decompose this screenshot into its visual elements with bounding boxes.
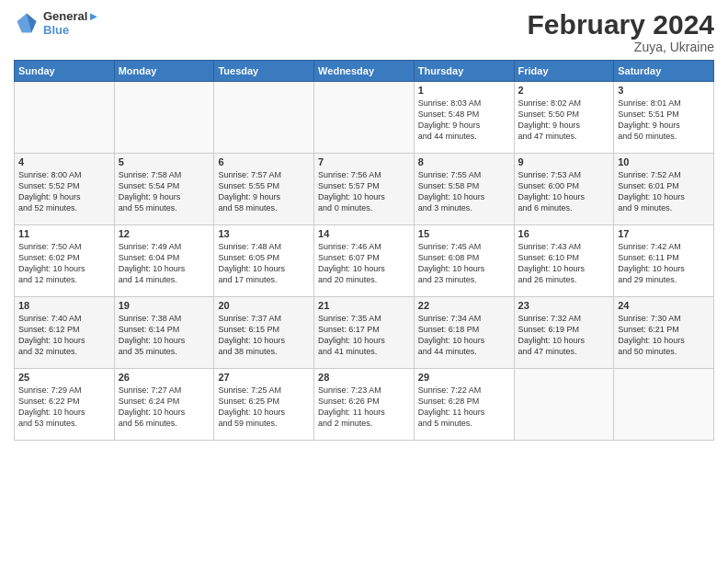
day-info: Sunrise: 7:52 AM Sunset: 6:01 PM Dayligh… — [618, 169, 710, 214]
calendar-week-row: 1Sunrise: 8:03 AM Sunset: 5:48 PM Daylig… — [15, 82, 714, 154]
weekday-header-friday: Friday — [514, 61, 614, 82]
day-info: Sunrise: 7:40 AM Sunset: 6:12 PM Dayligh… — [18, 313, 110, 358]
calendar-cell — [614, 369, 714, 441]
calendar-cell: 10Sunrise: 7:52 AM Sunset: 6:01 PM Dayli… — [614, 154, 714, 225]
calendar-cell: 18Sunrise: 7:40 AM Sunset: 6:12 PM Dayli… — [15, 297, 115, 369]
day-number: 14 — [318, 228, 410, 239]
day-number: 3 — [618, 85, 710, 96]
title-block: February 2024 Zuya, Ukraine — [528, 9, 714, 54]
main-title: February 2024 — [528, 9, 714, 40]
calendar-cell: 16Sunrise: 7:43 AM Sunset: 6:10 PM Dayli… — [514, 225, 614, 297]
calendar-cell: 17Sunrise: 7:42 AM Sunset: 6:11 PM Dayli… — [614, 225, 714, 297]
day-number: 25 — [18, 372, 110, 383]
day-number: 7 — [318, 156, 410, 167]
day-info: Sunrise: 7:45 AM Sunset: 6:08 PM Dayligh… — [418, 241, 510, 286]
day-number: 24 — [618, 300, 710, 311]
day-number: 28 — [318, 372, 410, 383]
day-number: 6 — [218, 156, 310, 167]
day-info: Sunrise: 7:38 AM Sunset: 6:14 PM Dayligh… — [119, 313, 210, 358]
day-info: Sunrise: 8:00 AM Sunset: 5:52 PM Dayligh… — [18, 169, 110, 214]
calendar-table: SundayMondayTuesdayWednesdayThursdayFrid… — [14, 60, 714, 441]
calendar-cell: 11Sunrise: 7:50 AM Sunset: 6:02 PM Dayli… — [15, 225, 115, 297]
calendar-cell: 7Sunrise: 7:56 AM Sunset: 5:57 PM Daylig… — [314, 154, 415, 225]
calendar-week-row: 4Sunrise: 8:00 AM Sunset: 5:52 PM Daylig… — [15, 154, 714, 225]
day-info: Sunrise: 7:56 AM Sunset: 5:57 PM Dayligh… — [318, 169, 410, 214]
calendar-cell: 29Sunrise: 7:22 AM Sunset: 6:28 PM Dayli… — [414, 369, 514, 441]
day-info: Sunrise: 7:53 AM Sunset: 6:00 PM Dayligh… — [518, 169, 610, 214]
day-number: 15 — [418, 228, 510, 239]
day-number: 12 — [119, 228, 210, 239]
calendar-header-row: SundayMondayTuesdayWednesdayThursdayFrid… — [15, 61, 714, 82]
calendar-cell: 9Sunrise: 7:53 AM Sunset: 6:00 PM Daylig… — [514, 154, 614, 225]
calendar-cell: 25Sunrise: 7:29 AM Sunset: 6:22 PM Dayli… — [15, 369, 115, 441]
calendar-week-row: 25Sunrise: 7:29 AM Sunset: 6:22 PM Dayli… — [15, 369, 714, 441]
day-number: 9 — [518, 156, 610, 167]
day-number: 5 — [119, 156, 210, 167]
calendar-cell: 8Sunrise: 7:55 AM Sunset: 5:58 PM Daylig… — [414, 154, 514, 225]
day-number: 26 — [119, 372, 210, 383]
logo-text: General► Blue — [43, 9, 99, 37]
calendar-cell: 20Sunrise: 7:37 AM Sunset: 6:15 PM Dayli… — [214, 297, 314, 369]
day-info: Sunrise: 7:57 AM Sunset: 5:55 PM Dayligh… — [218, 169, 310, 214]
weekday-header-sunday: Sunday — [15, 61, 115, 82]
logo: General► Blue — [14, 9, 99, 37]
day-info: Sunrise: 8:01 AM Sunset: 5:51 PM Dayligh… — [618, 98, 710, 143]
day-number: 11 — [18, 228, 110, 239]
weekday-header-thursday: Thursday — [414, 61, 514, 82]
calendar-week-row: 18Sunrise: 7:40 AM Sunset: 6:12 PM Dayli… — [15, 297, 714, 369]
calendar-cell: 2Sunrise: 8:02 AM Sunset: 5:50 PM Daylig… — [514, 82, 614, 154]
day-number: 20 — [218, 300, 310, 311]
day-number: 19 — [119, 300, 210, 311]
day-number: 13 — [218, 228, 310, 239]
calendar-cell — [114, 82, 214, 154]
day-number: 23 — [518, 300, 610, 311]
calendar-cell: 1Sunrise: 8:03 AM Sunset: 5:48 PM Daylig… — [414, 82, 514, 154]
calendar-cell: 26Sunrise: 7:27 AM Sunset: 6:24 PM Dayli… — [114, 369, 214, 441]
calendar-cell: 22Sunrise: 7:34 AM Sunset: 6:18 PM Dayli… — [414, 297, 514, 369]
calendar-cell: 12Sunrise: 7:49 AM Sunset: 6:04 PM Dayli… — [114, 225, 214, 297]
weekday-header-monday: Monday — [114, 61, 214, 82]
day-number: 22 — [418, 300, 510, 311]
day-number: 4 — [18, 156, 110, 167]
day-info: Sunrise: 8:02 AM Sunset: 5:50 PM Dayligh… — [518, 98, 610, 143]
logo-icon — [14, 10, 40, 36]
day-info: Sunrise: 7:42 AM Sunset: 6:11 PM Dayligh… — [618, 241, 710, 286]
day-number: 29 — [418, 372, 510, 383]
calendar-cell: 21Sunrise: 7:35 AM Sunset: 6:17 PM Dayli… — [314, 297, 415, 369]
day-info: Sunrise: 7:30 AM Sunset: 6:21 PM Dayligh… — [618, 313, 710, 358]
day-info: Sunrise: 7:43 AM Sunset: 6:10 PM Dayligh… — [518, 241, 610, 286]
day-info: Sunrise: 7:34 AM Sunset: 6:18 PM Dayligh… — [418, 313, 510, 358]
calendar-cell: 24Sunrise: 7:30 AM Sunset: 6:21 PM Dayli… — [614, 297, 714, 369]
calendar-cell: 19Sunrise: 7:38 AM Sunset: 6:14 PM Dayli… — [114, 297, 214, 369]
day-info: Sunrise: 7:25 AM Sunset: 6:25 PM Dayligh… — [218, 385, 310, 430]
day-info: Sunrise: 7:55 AM Sunset: 5:58 PM Dayligh… — [418, 169, 510, 214]
day-info: Sunrise: 7:37 AM Sunset: 6:15 PM Dayligh… — [218, 313, 310, 358]
day-number: 8 — [418, 156, 510, 167]
day-info: Sunrise: 7:23 AM Sunset: 6:26 PM Dayligh… — [318, 385, 410, 430]
calendar-cell: 28Sunrise: 7:23 AM Sunset: 6:26 PM Dayli… — [314, 369, 415, 441]
day-info: Sunrise: 7:32 AM Sunset: 6:19 PM Dayligh… — [518, 313, 610, 358]
day-info: Sunrise: 7:58 AM Sunset: 5:54 PM Dayligh… — [119, 169, 210, 214]
day-number: 2 — [518, 85, 610, 96]
calendar-cell — [514, 369, 614, 441]
calendar-cell — [214, 82, 314, 154]
calendar-cell: 5Sunrise: 7:58 AM Sunset: 5:54 PM Daylig… — [114, 154, 214, 225]
day-info: Sunrise: 7:29 AM Sunset: 6:22 PM Dayligh… — [18, 385, 110, 430]
page-header: General► Blue February 2024 Zuya, Ukrain… — [14, 9, 714, 54]
day-info: Sunrise: 7:22 AM Sunset: 6:28 PM Dayligh… — [418, 385, 510, 430]
day-number: 21 — [318, 300, 410, 311]
calendar-cell: 23Sunrise: 7:32 AM Sunset: 6:19 PM Dayli… — [514, 297, 614, 369]
day-number: 10 — [618, 156, 710, 167]
weekday-header-saturday: Saturday — [614, 61, 714, 82]
day-info: Sunrise: 7:48 AM Sunset: 6:05 PM Dayligh… — [218, 241, 310, 286]
calendar-cell — [314, 82, 415, 154]
calendar-cell: 15Sunrise: 7:45 AM Sunset: 6:08 PM Dayli… — [414, 225, 514, 297]
calendar-cell: 6Sunrise: 7:57 AM Sunset: 5:55 PM Daylig… — [214, 154, 314, 225]
day-info: Sunrise: 7:27 AM Sunset: 6:24 PM Dayligh… — [119, 385, 210, 430]
calendar-cell: 13Sunrise: 7:48 AM Sunset: 6:05 PM Dayli… — [214, 225, 314, 297]
calendar-cell: 3Sunrise: 8:01 AM Sunset: 5:51 PM Daylig… — [614, 82, 714, 154]
day-number: 1 — [418, 85, 510, 96]
subtitle: Zuya, Ukraine — [528, 40, 714, 54]
calendar-cell: 14Sunrise: 7:46 AM Sunset: 6:07 PM Dayli… — [314, 225, 415, 297]
calendar-cell: 4Sunrise: 8:00 AM Sunset: 5:52 PM Daylig… — [15, 154, 115, 225]
